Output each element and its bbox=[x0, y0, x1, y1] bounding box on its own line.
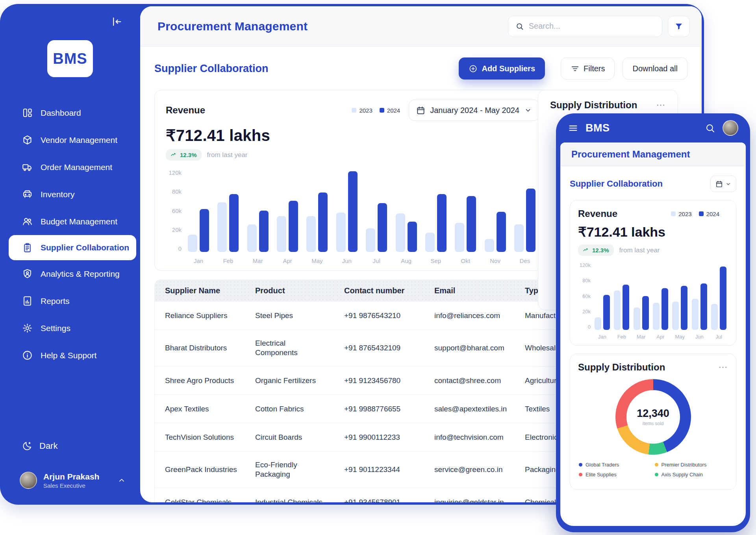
mobile-revenue-bar-chart: 120k80k60k20k0JanFebMarAprMayJunJul bbox=[578, 262, 728, 340]
table-row[interactable]: Bharat DistributorsElectrical Components… bbox=[155, 330, 573, 366]
supply-distribution-title: Supply Distribution bbox=[550, 100, 637, 111]
brand-logo-text: BMS bbox=[53, 50, 87, 67]
table-cell: Shree Agro Products bbox=[165, 376, 255, 385]
bar-group-aug: Aug bbox=[396, 169, 417, 264]
donut-total: 12,340 bbox=[637, 407, 669, 420]
mobile-supply-title: Supply Distribution bbox=[578, 362, 665, 373]
bar-2023-jun bbox=[692, 299, 699, 330]
sidebar: BMS Dashboard Vendor Management Order Ma… bbox=[0, 4, 140, 505]
table-row[interactable]: GoldStar ChemicalsIndustrial Chemicals+9… bbox=[155, 488, 573, 502]
more-options-icon[interactable] bbox=[718, 362, 728, 372]
mobile-revenue-card: Revenue 20232024 ₹712.41 lakhs 12.3% fro… bbox=[570, 200, 736, 346]
section-title: Supplier Collaboration bbox=[154, 63, 269, 75]
bar-2024-apr bbox=[662, 288, 668, 330]
trend-up-icon bbox=[170, 152, 177, 158]
bar-2024-feb bbox=[623, 285, 629, 330]
search-input[interactable] bbox=[529, 22, 655, 31]
bar-2024-nov bbox=[497, 212, 506, 252]
table-cell: info@techvision.com bbox=[434, 433, 525, 442]
mobile-date-selector[interactable] bbox=[710, 176, 736, 192]
sidebar-item-help-support[interactable]: Help & Support bbox=[0, 342, 140, 369]
donut-legend-item: Elite Supplies bbox=[579, 472, 652, 478]
collapse-sidebar-icon[interactable] bbox=[111, 16, 123, 28]
sidebar-item-label: Analytics & Reporting bbox=[41, 269, 120, 279]
legend-item-2023: 2023 bbox=[352, 107, 372, 114]
mobile-supply-card: Supply Distribution 12,340 items sold Gl… bbox=[570, 354, 736, 490]
table-cell: Cotton Fabrics bbox=[255, 404, 344, 414]
table-cell: +91 9900112233 bbox=[344, 433, 434, 442]
search-icon bbox=[515, 22, 524, 31]
mobile-revenue-title: Revenue bbox=[578, 208, 617, 219]
user-profile[interactable]: Arjun Prakash Sales Executive bbox=[0, 472, 140, 505]
sidebar-item-inventory[interactable]: Inventory bbox=[0, 181, 140, 208]
supplier-table: Supplier NameProductContact numberEmailT… bbox=[154, 280, 574, 502]
donut-legend-item: Global Traders bbox=[579, 462, 652, 468]
revenue-delta-caption: from last year bbox=[207, 151, 248, 159]
info-icon bbox=[22, 350, 33, 361]
hamburger-menu-icon[interactable] bbox=[568, 123, 578, 133]
column-header: Email bbox=[434, 286, 525, 295]
mobile-search-icon[interactable] bbox=[705, 123, 715, 133]
table-row[interactable]: GreenPack IndustriesEco-Friendly Packagi… bbox=[155, 451, 573, 488]
table-cell: +91 9123456780 bbox=[344, 376, 434, 385]
bar-group-jul: Jul bbox=[711, 262, 726, 340]
bar-group-apr: Apr bbox=[277, 169, 298, 264]
revenue-card: Revenue 20232024 January 2024 - May 2024… bbox=[154, 90, 551, 271]
bar-group-apr: Apr bbox=[653, 262, 668, 340]
filters-button[interactable]: Filters bbox=[561, 57, 615, 80]
bar-2024-mar bbox=[642, 296, 649, 330]
more-options-icon[interactable] bbox=[656, 100, 666, 110]
dark-mode-toggle[interactable]: Dark bbox=[0, 441, 140, 451]
table-cell: Reliance Suppliers bbox=[165, 311, 255, 320]
table-cell: Industrial Chemicals bbox=[255, 498, 344, 503]
sidebar-item-label: Vendor Management bbox=[41, 135, 117, 145]
table-cell: Circuit Boards bbox=[255, 433, 344, 442]
mobile-avatar[interactable] bbox=[723, 120, 738, 136]
revenue-amount: ₹712.41 lakhs bbox=[166, 126, 539, 144]
bar-2024-aug bbox=[408, 222, 417, 252]
table-cell: Electrical Components bbox=[255, 339, 344, 357]
truck-icon bbox=[22, 162, 33, 172]
table-row[interactable]: TechVision SolutionsCircuit Boards+91 99… bbox=[155, 423, 573, 451]
sidebar-item-dashboard[interactable]: Dashboard bbox=[0, 99, 140, 126]
plus-circle-icon bbox=[469, 64, 478, 73]
page-title: Procurement Management bbox=[158, 20, 308, 33]
add-suppliers-button[interactable]: Add Suppliers bbox=[459, 57, 545, 80]
chevron-up-icon[interactable] bbox=[117, 476, 126, 485]
sidebar-item-analytics-reporting[interactable]: Analytics & Reporting bbox=[0, 260, 140, 287]
sidebar-item-supplier-collaboration[interactable]: Supplier Collaboration bbox=[9, 235, 136, 260]
date-range-label: January 2024 - May 2024 bbox=[430, 106, 519, 115]
bar-2023-mar bbox=[634, 307, 640, 330]
filter-button[interactable] bbox=[668, 16, 690, 37]
mobile-panel: Procurement Management Supplier Collabor… bbox=[560, 143, 746, 526]
table-cell: info@reliances.com bbox=[434, 311, 525, 320]
date-range-selector[interactable]: January 2024 - May 2024 bbox=[409, 100, 539, 121]
table-cell: contact@shree.com bbox=[434, 376, 525, 385]
mobile-revenue-delta-caption: from last year bbox=[619, 246, 660, 254]
mobile-section-title: Supplier Collaboration bbox=[570, 179, 663, 189]
sidebar-item-reports[interactable]: Reports bbox=[0, 287, 140, 315]
bar-2024-apr bbox=[289, 201, 298, 252]
sidebar-item-settings[interactable]: Settings bbox=[0, 315, 140, 342]
bar-group-jun: Jun bbox=[692, 262, 707, 340]
bar-2024-jan bbox=[603, 295, 610, 330]
bar-2024-may bbox=[318, 193, 328, 252]
cube-icon bbox=[22, 135, 33, 145]
table-cell: Apex Textiles bbox=[165, 404, 255, 414]
table-row[interactable]: Reliance SuppliersSteel Pipes+91 9876543… bbox=[155, 301, 573, 330]
table-cell: service@green.co.in bbox=[434, 465, 525, 474]
table-cell: Bharat Distributors bbox=[165, 343, 255, 353]
sidebar-item-budget-management[interactable]: Budget Management bbox=[0, 208, 140, 235]
bar-2023-okt bbox=[455, 223, 464, 252]
sidebar-nav: Dashboard Vendor Management Order Manage… bbox=[0, 99, 140, 369]
sidebar-item-vendor-management[interactable]: Vendor Management bbox=[0, 126, 140, 154]
table-row[interactable]: Apex TextilesCotton Fabrics+91 998877665… bbox=[155, 394, 573, 423]
column-header: Supplier Name bbox=[165, 286, 255, 295]
users-icon bbox=[22, 216, 33, 227]
download-all-button[interactable]: Download all bbox=[623, 57, 687, 80]
sidebar-item-order-management[interactable]: Order Management bbox=[0, 154, 140, 181]
bar-2023-mar bbox=[247, 224, 257, 252]
table-row[interactable]: Shree Agro ProductsOrganic Fertilizers+9… bbox=[155, 366, 573, 394]
bar-2023-may bbox=[306, 216, 316, 252]
bar-2023-jan bbox=[188, 235, 197, 252]
